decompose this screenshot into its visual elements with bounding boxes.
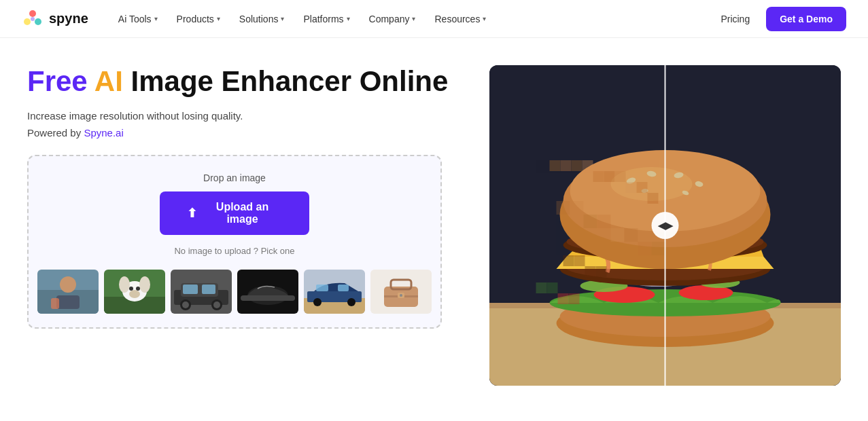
nav-item-resources[interactable]: Resources ▾	[426, 8, 494, 30]
products-chevron-icon: ▾	[217, 15, 220, 22]
pricing-link[interactable]: Pricing	[715, 8, 755, 30]
nav-item-ai-tools[interactable]: Ai Tools ▾	[110, 8, 166, 30]
svg-rect-90	[584, 215, 597, 228]
burger-comparison-svg: ◀▶	[489, 65, 841, 386]
sample-image-sportscar[interactable]	[304, 270, 365, 314]
svg-point-25	[213, 301, 220, 308]
svg-rect-32	[316, 285, 328, 291]
svg-text:◀▶: ◀▶	[657, 220, 674, 231]
logo-text: spyne	[49, 11, 88, 26]
nav-resources-label: Resources	[434, 14, 480, 24]
sample-image-person[interactable]	[37, 270, 99, 314]
comparison-panel[interactable]: ◀▶	[489, 65, 841, 386]
nav-item-products[interactable]: Products ▾	[169, 8, 228, 30]
upload-button[interactable]: ⬆ Upload an image	[160, 191, 309, 235]
svg-rect-28	[241, 295, 295, 301]
sample-images	[37, 270, 432, 314]
sample-image-car[interactable]	[171, 270, 232, 314]
powered-by: Powered by Spyne.ai	[27, 127, 462, 139]
svg-rect-33	[338, 285, 349, 291]
get-demo-button[interactable]: Get a Demo	[766, 7, 846, 31]
svg-rect-93	[625, 228, 638, 242]
hero-title: Free AI Image Enhancer Online	[27, 65, 462, 98]
svg-point-41	[400, 294, 402, 297]
drop-text: Drop an image	[203, 172, 266, 183]
sample-image-shoes[interactable]	[237, 270, 298, 314]
svg-rect-8	[51, 298, 59, 309]
svg-point-2	[24, 18, 31, 25]
sample-image-bag[interactable]	[370, 270, 432, 314]
svg-rect-84	[536, 282, 547, 293]
title-rest: Image Enhancer Online	[131, 65, 449, 97]
svg-rect-70	[550, 160, 561, 171]
nav-item-company[interactable]: Company ▾	[361, 8, 424, 30]
svg-rect-21	[202, 285, 215, 294]
navbar: spyne Ai Tools ▾ Products ▾ Solutions ▾ …	[0, 0, 868, 38]
navbar-left: spyne Ai Tools ▾ Products ▾ Solutions ▾ …	[22, 8, 494, 30]
svg-rect-75	[604, 171, 615, 182]
sample-car-svg	[171, 270, 232, 314]
svg-rect-74	[593, 171, 604, 182]
sample-person-svg	[37, 270, 99, 314]
logo-icon	[22, 8, 44, 30]
title-ai: AI	[94, 65, 123, 97]
left-panel: Free AI Image Enhancer Online Increase i…	[27, 65, 462, 329]
comparison-container: ◀▶	[489, 65, 841, 386]
sample-dog-svg	[104, 270, 165, 314]
svg-rect-82	[585, 266, 596, 277]
svg-rect-78	[637, 182, 648, 193]
svg-rect-83	[596, 266, 607, 277]
spyne-ai-link[interactable]: Spyne.ai	[84, 127, 123, 139]
sample-sportscar-svg	[304, 270, 365, 314]
nav-company-label: Company	[369, 14, 410, 24]
svg-point-13	[139, 276, 150, 293]
svg-point-12	[119, 276, 130, 293]
svg-rect-77	[626, 182, 637, 193]
sample-image-dog[interactable]	[104, 270, 165, 314]
powered-by-text: Powered by	[27, 127, 84, 139]
svg-rect-92	[611, 228, 625, 242]
navbar-right: Pricing Get a Demo	[715, 7, 846, 31]
nav-links: Ai Tools ▾ Products ▾ Solutions ▾ Platfo…	[110, 8, 495, 30]
svg-point-6	[60, 276, 76, 293]
resources-chevron-icon: ▾	[483, 15, 486, 22]
svg-rect-86	[558, 293, 569, 304]
svg-rect-85	[547, 282, 558, 293]
svg-point-3	[31, 17, 35, 21]
svg-point-14	[129, 290, 140, 298]
svg-point-1	[35, 18, 41, 25]
hero-subtitle: Increase image resolution without losing…	[27, 109, 462, 124]
svg-point-16	[136, 287, 140, 291]
svg-point-35	[347, 298, 355, 306]
nav-products-label: Products	[177, 14, 214, 24]
pick-text: No image to upload ? Pick one	[174, 246, 294, 256]
svg-rect-91	[597, 215, 611, 228]
nav-ai-tools-label: Ai Tools	[118, 14, 152, 24]
svg-rect-95	[652, 242, 665, 255]
main-content: Free AI Image Enhancer Online Increase i…	[0, 38, 868, 421]
svg-rect-81	[574, 255, 585, 266]
svg-point-15	[129, 287, 133, 291]
logo[interactable]: spyne	[22, 8, 88, 30]
nav-item-platforms[interactable]: Platforms ▾	[295, 8, 358, 30]
upload-box: Drop an image ⬆ Upload an image No image…	[27, 155, 442, 329]
ai-tools-chevron-icon: ▾	[154, 15, 158, 22]
company-chevron-icon: ▾	[412, 15, 415, 22]
svg-point-34	[313, 298, 322, 306]
svg-point-23	[182, 301, 189, 308]
svg-rect-72	[572, 160, 583, 171]
svg-rect-73	[583, 160, 593, 171]
svg-rect-87	[569, 293, 580, 304]
svg-rect-79	[648, 193, 659, 204]
svg-point-0	[29, 10, 36, 17]
upload-button-label: Upload an image	[203, 201, 282, 225]
nav-item-solutions[interactable]: Solutions ▾	[231, 8, 293, 30]
platforms-chevron-icon: ▾	[347, 15, 350, 22]
upload-icon: ⬆	[187, 206, 197, 221]
svg-rect-20	[183, 285, 198, 294]
sample-shoes-svg	[237, 270, 298, 314]
sample-bag-svg	[370, 270, 432, 314]
svg-rect-7	[56, 295, 80, 309]
svg-rect-71	[561, 160, 572, 171]
svg-rect-88	[557, 201, 570, 215]
